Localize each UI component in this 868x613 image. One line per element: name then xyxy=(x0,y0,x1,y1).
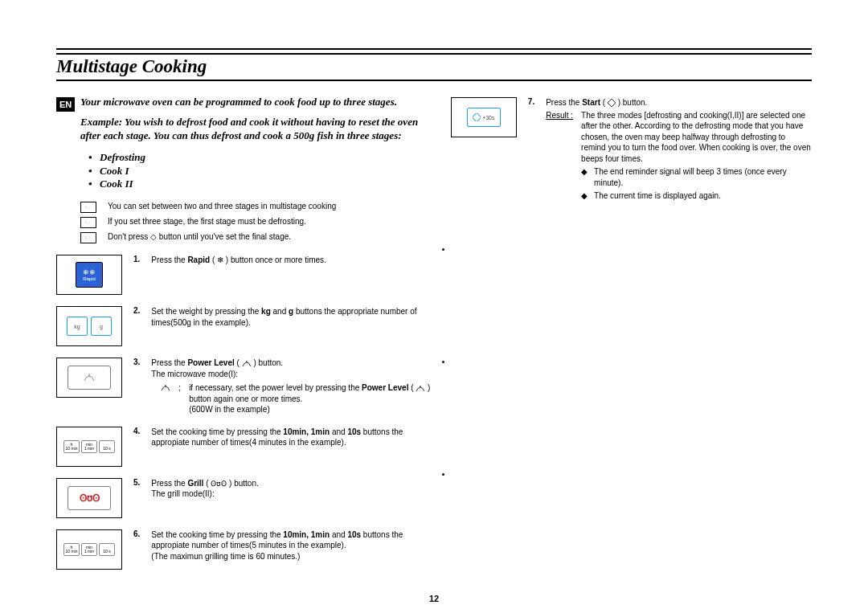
power-icon xyxy=(242,360,252,368)
language-badge: EN xyxy=(56,97,75,112)
page-number: 12 xyxy=(56,594,812,603)
result-label: Result : xyxy=(546,110,573,202)
pointer-icon: ☞ xyxy=(80,232,96,243)
step3-text: Press the Power Level ( ) button. The mi… xyxy=(151,358,436,415)
step-number: 3. xyxy=(133,358,140,366)
step3-figure xyxy=(56,358,122,398)
rapid-icon: ❄ xyxy=(217,255,223,264)
time-button-icon: 10 s xyxy=(99,440,115,453)
diamond-bullet-icon: ◆ xyxy=(581,166,588,188)
step-number: 7. xyxy=(528,97,534,106)
pointer-icon: ☞ xyxy=(80,202,96,213)
time-button-icon: min1 min xyxy=(81,440,97,453)
step6-figure: h10 min min1 min 10 s xyxy=(56,529,122,570)
step7-figure: +30s xyxy=(451,97,517,137)
step2-text: Set the weight by pressing the kg and g … xyxy=(151,306,436,328)
power-screen-icon xyxy=(68,366,111,390)
svg-rect-4 xyxy=(473,113,481,121)
time-button-icon: min1 min xyxy=(81,543,97,556)
step5-figure: ʘʊʘ xyxy=(56,478,122,518)
example-text: Example: You wish to defrost food and co… xyxy=(80,116,436,143)
step2-figure: kg g xyxy=(56,306,122,346)
diamond-bullet-icon: ◆ xyxy=(581,190,588,202)
step-number: 6. xyxy=(133,529,140,538)
note-text: You can set between two and three stages… xyxy=(108,201,336,211)
start-button-icon: +30s xyxy=(467,108,501,127)
stage-item: Cook I xyxy=(88,165,436,178)
step6-text: Set the cooking time by pressing the 10m… xyxy=(151,529,436,562)
step7-text: Press the Start ( ) button. Result : The… xyxy=(546,97,812,202)
step5-text: Press the Grill ( ʘʊʘ ) button. The gril… xyxy=(151,478,258,500)
step-number: 5. xyxy=(133,478,140,487)
power-icon xyxy=(416,385,425,393)
stage-item: Defrosting xyxy=(88,151,436,165)
step-number: 2. xyxy=(133,306,140,315)
page-title: Multistage Cooking xyxy=(56,55,812,80)
grill-screen-icon: ʘʊʘ xyxy=(68,486,111,510)
pointer-icon: ☞ xyxy=(80,217,96,228)
svg-rect-5 xyxy=(608,99,616,107)
time-button-icon: 10 s xyxy=(99,543,115,556)
step-number: 1. xyxy=(133,255,140,264)
result-text: The three modes [defrosting and cooking(… xyxy=(581,111,811,163)
rapid-button-icon: ❄❄ Rapid xyxy=(76,262,103,288)
step-number: 4. xyxy=(133,427,140,435)
g-button-icon: g xyxy=(91,317,112,336)
start-icon xyxy=(608,99,616,107)
note-text: Don't press ◇ button until you've set th… xyxy=(108,231,291,242)
intro-text: Your microwave oven can be programmed to… xyxy=(80,96,436,109)
stage-item: Cook II xyxy=(88,178,436,191)
note-text: If you set three stage, the first stage … xyxy=(108,216,306,227)
kg-button-icon: kg xyxy=(67,317,88,336)
time-button-icon: h10 min xyxy=(63,440,80,453)
time-button-icon: h10 min xyxy=(63,543,80,556)
step1-text: Press the Rapid ( ❄ ) button once or mor… xyxy=(151,255,326,266)
stage-list: Defrosting Cook I Cook II xyxy=(88,151,436,192)
step4-text: Set the cooking time by pressing the 10m… xyxy=(151,427,436,448)
power-icon xyxy=(161,384,170,392)
step1-figure: ❄❄ Rapid xyxy=(56,255,122,295)
bullet-text: The current time is displayed again. xyxy=(594,190,721,202)
grill-icon: ʘʊʘ xyxy=(211,480,227,488)
bullet-text: The end reminder signal will beep 3 time… xyxy=(594,166,812,188)
step4-figure: h10 min min1 min 10 s xyxy=(56,427,122,467)
